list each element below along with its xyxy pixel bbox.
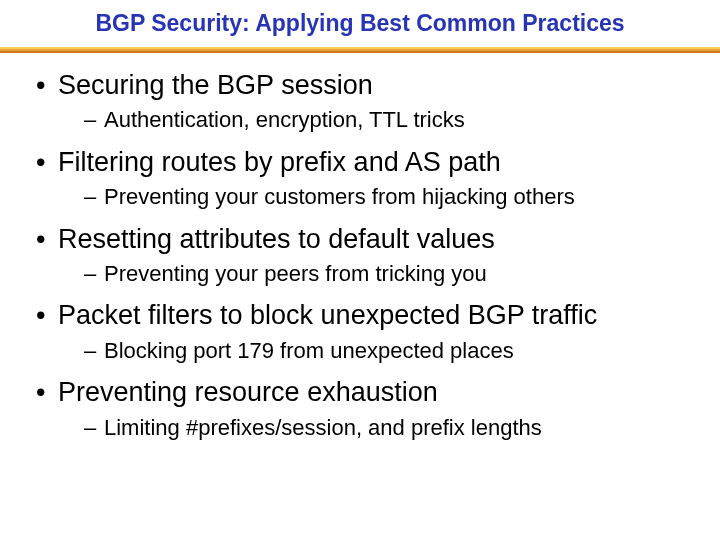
sub-item: Authentication, encryption, TTL tricks <box>58 105 690 135</box>
sub-list: Authentication, encryption, TTL tricks <box>58 105 690 135</box>
list-item: Filtering routes by prefix and AS path P… <box>30 144 690 213</box>
sub-list: Preventing your customers from hijacking… <box>58 182 690 212</box>
sub-list: Blocking port 179 from unexpected places <box>58 336 690 366</box>
bullet-text: Packet filters to block unexpected BGP t… <box>58 300 597 330</box>
title-divider <box>0 47 720 53</box>
list-item: Resetting attributes to default values P… <box>30 221 690 290</box>
bullet-text: Resetting attributes to default values <box>58 224 495 254</box>
bullet-text: Filtering routes by prefix and AS path <box>58 147 501 177</box>
sub-list: Preventing your peers from tricking you <box>58 259 690 289</box>
slide-title: BGP Security: Applying Best Common Pract… <box>0 10 720 47</box>
list-item: Securing the BGP session Authentication,… <box>30 67 690 136</box>
sub-list: Limiting #prefixes/session, and prefix l… <box>58 413 690 443</box>
bullet-list: Securing the BGP session Authentication,… <box>30 67 690 443</box>
sub-item: Preventing your customers from hijacking… <box>58 182 690 212</box>
list-item: Packet filters to block unexpected BGP t… <box>30 297 690 366</box>
bullet-text: Preventing resource exhaustion <box>58 377 438 407</box>
sub-item: Preventing your peers from tricking you <box>58 259 690 289</box>
list-item: Preventing resource exhaustion Limiting … <box>30 374 690 443</box>
sub-item: Limiting #prefixes/session, and prefix l… <box>58 413 690 443</box>
sub-item: Blocking port 179 from unexpected places <box>58 336 690 366</box>
slide: BGP Security: Applying Best Common Pract… <box>0 0 720 540</box>
slide-body: Securing the BGP session Authentication,… <box>0 67 720 443</box>
bullet-text: Securing the BGP session <box>58 70 373 100</box>
